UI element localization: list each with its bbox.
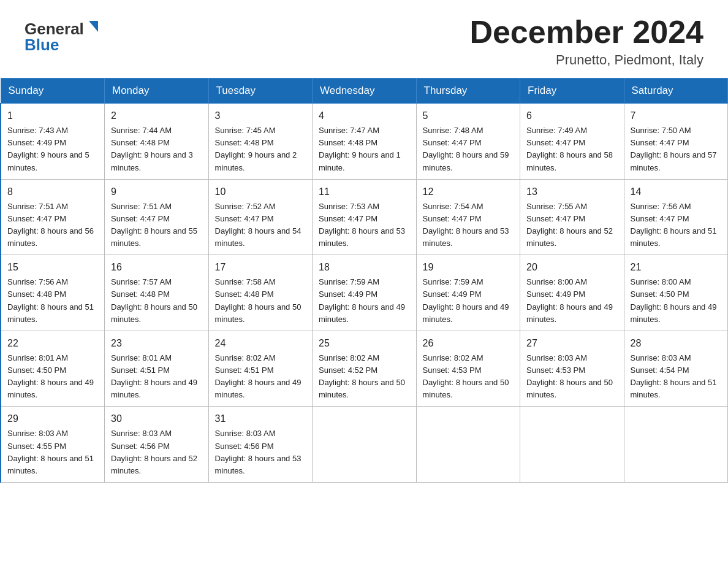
day-info: Sunrise: 7:56 AMSunset: 4:47 PMDaylight:… xyxy=(631,201,722,250)
day-info: Sunrise: 7:51 AMSunset: 4:47 PMDaylight:… xyxy=(111,201,202,250)
day-info: Sunrise: 7:55 AMSunset: 4:47 PMDaylight:… xyxy=(526,201,618,250)
day-cell: 2Sunrise: 7:44 AMSunset: 4:48 PMDaylight… xyxy=(105,104,209,180)
day-header-thursday: Thursday xyxy=(416,79,520,104)
day-info: Sunrise: 8:00 AMSunset: 4:50 PMDaylight:… xyxy=(631,276,722,326)
week-row-1: 1Sunrise: 7:43 AMSunset: 4:49 PMDaylight… xyxy=(1,104,728,180)
day-cell xyxy=(624,407,728,483)
day-cell: 4Sunrise: 7:47 AMSunset: 4:48 PMDaylight… xyxy=(313,104,417,180)
logo-svg: General Blue xyxy=(25,15,104,58)
day-info: Sunrise: 7:49 AMSunset: 4:47 PMDaylight:… xyxy=(526,124,618,174)
subtitle: Prunetto, Piedmont, Italy xyxy=(469,52,703,68)
calendar-table: SundayMondayTuesdayWednesdayThursdayFrid… xyxy=(0,78,728,483)
day-info: Sunrise: 7:59 AMSunset: 4:49 PMDaylight:… xyxy=(423,276,514,326)
day-info: Sunrise: 7:56 AMSunset: 4:48 PMDaylight:… xyxy=(7,276,98,326)
day-cell: 22Sunrise: 8:01 AMSunset: 4:50 PMDayligh… xyxy=(1,331,105,407)
day-cell: 9Sunrise: 7:51 AMSunset: 4:47 PMDaylight… xyxy=(105,179,209,255)
week-row-2: 8Sunrise: 7:51 AMSunset: 4:47 PMDaylight… xyxy=(1,179,728,255)
day-info: Sunrise: 8:03 AMSunset: 4:55 PMDaylight:… xyxy=(7,427,98,477)
day-cell: 25Sunrise: 8:02 AMSunset: 4:52 PMDayligh… xyxy=(313,331,417,407)
day-number: 8 xyxy=(7,185,98,199)
day-header-saturday: Saturday xyxy=(624,79,728,104)
day-info: Sunrise: 7:59 AMSunset: 4:49 PMDaylight:… xyxy=(319,276,410,326)
day-number: 24 xyxy=(215,336,306,351)
week-row-3: 15Sunrise: 7:56 AMSunset: 4:48 PMDayligh… xyxy=(1,255,728,331)
day-cell xyxy=(520,407,624,483)
day-info: Sunrise: 8:02 AMSunset: 4:53 PMDaylight:… xyxy=(423,352,514,402)
day-info: Sunrise: 7:58 AMSunset: 4:48 PMDaylight:… xyxy=(215,276,306,326)
day-cell: 27Sunrise: 8:03 AMSunset: 4:53 PMDayligh… xyxy=(520,331,624,407)
day-cell: 30Sunrise: 8:03 AMSunset: 4:56 PMDayligh… xyxy=(105,407,209,483)
day-info: Sunrise: 7:51 AMSunset: 4:47 PMDaylight:… xyxy=(7,201,98,250)
day-cell: 28Sunrise: 8:03 AMSunset: 4:54 PMDayligh… xyxy=(624,331,728,407)
day-number: 2 xyxy=(111,109,202,123)
day-cell xyxy=(416,407,520,483)
day-number: 20 xyxy=(526,260,618,275)
day-cell: 7Sunrise: 7:50 AMSunset: 4:47 PMDaylight… xyxy=(624,104,728,180)
day-info: Sunrise: 7:48 AMSunset: 4:47 PMDaylight:… xyxy=(423,124,514,174)
main-title: December 2024 xyxy=(469,15,703,50)
day-cell: 6Sunrise: 7:49 AMSunset: 4:47 PMDaylight… xyxy=(520,104,624,180)
day-info: Sunrise: 7:45 AMSunset: 4:48 PMDaylight:… xyxy=(215,124,306,174)
day-number: 31 xyxy=(215,412,306,426)
day-header-tuesday: Tuesday xyxy=(208,79,313,104)
week-row-4: 22Sunrise: 8:01 AMSunset: 4:50 PMDayligh… xyxy=(1,331,728,407)
day-cell: 16Sunrise: 7:57 AMSunset: 4:48 PMDayligh… xyxy=(105,255,209,331)
day-info: Sunrise: 7:53 AMSunset: 4:47 PMDaylight:… xyxy=(319,201,410,250)
day-info: Sunrise: 8:00 AMSunset: 4:49 PMDaylight:… xyxy=(526,276,618,326)
svg-marker-1 xyxy=(89,21,98,32)
day-number: 19 xyxy=(423,260,514,275)
day-header-wednesday: Wednesday xyxy=(313,79,417,104)
day-number: 21 xyxy=(631,260,722,275)
day-cell xyxy=(313,407,417,483)
day-number: 6 xyxy=(526,109,618,123)
day-number: 4 xyxy=(319,109,410,123)
day-number: 1 xyxy=(7,109,98,123)
day-cell: 13Sunrise: 7:55 AMSunset: 4:47 PMDayligh… xyxy=(520,179,624,255)
svg-text:Blue: Blue xyxy=(25,36,59,54)
day-cell: 29Sunrise: 8:03 AMSunset: 4:55 PMDayligh… xyxy=(1,407,105,483)
day-number: 13 xyxy=(526,185,618,199)
day-number: 26 xyxy=(423,336,514,351)
day-cell: 17Sunrise: 7:58 AMSunset: 4:48 PMDayligh… xyxy=(208,255,313,331)
day-info: Sunrise: 8:01 AMSunset: 4:51 PMDaylight:… xyxy=(111,352,202,402)
day-info: Sunrise: 7:43 AMSunset: 4:49 PMDaylight:… xyxy=(7,124,98,174)
day-info: Sunrise: 8:03 AMSunset: 4:56 PMDaylight:… xyxy=(215,427,306,477)
day-header-sunday: Sunday xyxy=(1,79,105,104)
day-info: Sunrise: 8:02 AMSunset: 4:52 PMDaylight:… xyxy=(319,352,410,402)
day-number: 22 xyxy=(7,336,98,351)
day-info: Sunrise: 8:02 AMSunset: 4:51 PMDaylight:… xyxy=(215,352,306,402)
day-cell: 21Sunrise: 8:00 AMSunset: 4:50 PMDayligh… xyxy=(624,255,728,331)
day-info: Sunrise: 7:57 AMSunset: 4:48 PMDaylight:… xyxy=(111,276,202,326)
day-cell: 14Sunrise: 7:56 AMSunset: 4:47 PMDayligh… xyxy=(624,179,728,255)
day-number: 15 xyxy=(7,260,98,275)
title-area: December 2024 Prunetto, Piedmont, Italy xyxy=(469,15,703,68)
day-cell: 15Sunrise: 7:56 AMSunset: 4:48 PMDayligh… xyxy=(1,255,105,331)
day-info: Sunrise: 7:50 AMSunset: 4:47 PMDaylight:… xyxy=(631,124,722,174)
day-cell: 19Sunrise: 7:59 AMSunset: 4:49 PMDayligh… xyxy=(416,255,520,331)
day-number: 30 xyxy=(111,412,202,426)
day-number: 12 xyxy=(423,185,514,199)
day-number: 10 xyxy=(215,185,306,199)
day-info: Sunrise: 7:52 AMSunset: 4:47 PMDaylight:… xyxy=(215,201,306,250)
day-cell: 11Sunrise: 7:53 AMSunset: 4:47 PMDayligh… xyxy=(313,179,417,255)
day-cell: 10Sunrise: 7:52 AMSunset: 4:47 PMDayligh… xyxy=(208,179,313,255)
day-info: Sunrise: 8:03 AMSunset: 4:54 PMDaylight:… xyxy=(631,352,722,402)
day-info: Sunrise: 7:54 AMSunset: 4:47 PMDaylight:… xyxy=(423,201,514,250)
week-row-5: 29Sunrise: 8:03 AMSunset: 4:55 PMDayligh… xyxy=(1,407,728,483)
day-number: 5 xyxy=(423,109,514,123)
day-number: 29 xyxy=(7,412,98,426)
day-number: 23 xyxy=(111,336,202,351)
day-info: Sunrise: 8:03 AMSunset: 4:56 PMDaylight:… xyxy=(111,427,202,477)
day-number: 28 xyxy=(631,336,722,351)
day-info: Sunrise: 7:47 AMSunset: 4:48 PMDaylight:… xyxy=(319,124,410,174)
day-number: 11 xyxy=(319,185,410,199)
day-header-monday: Monday xyxy=(105,79,209,104)
day-cell: 3Sunrise: 7:45 AMSunset: 4:48 PMDaylight… xyxy=(208,104,313,180)
logo-area: General Blue xyxy=(25,15,104,58)
header: General Blue December 2024 Prunetto, Pie… xyxy=(0,0,728,78)
day-cell: 31Sunrise: 8:03 AMSunset: 4:56 PMDayligh… xyxy=(208,407,313,483)
day-info: Sunrise: 8:01 AMSunset: 4:50 PMDaylight:… xyxy=(7,352,98,402)
day-cell: 1Sunrise: 7:43 AMSunset: 4:49 PMDaylight… xyxy=(1,104,105,180)
day-number: 25 xyxy=(319,336,410,351)
day-cell: 8Sunrise: 7:51 AMSunset: 4:47 PMDaylight… xyxy=(1,179,105,255)
